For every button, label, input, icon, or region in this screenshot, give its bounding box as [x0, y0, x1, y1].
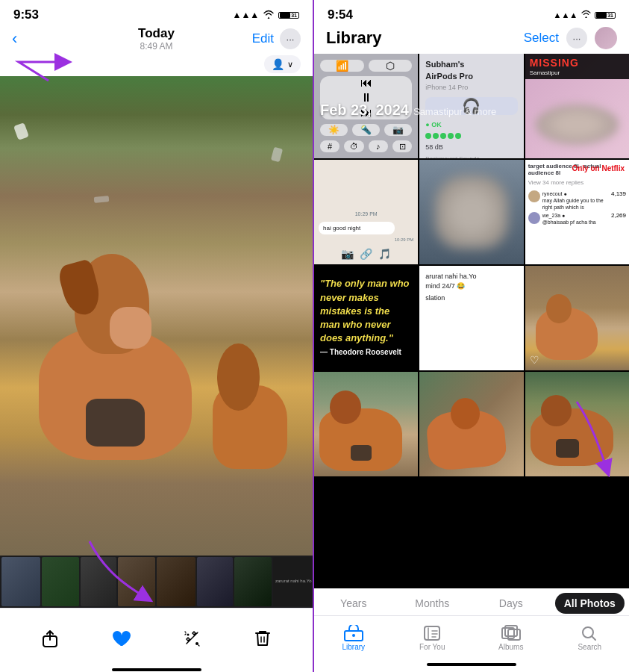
- svg-point-2: [187, 633, 189, 635]
- grid-cell-quote[interactable]: "The only man who never makes mistakes i…: [314, 266, 418, 370]
- more-button[interactable]: ···: [280, 28, 301, 49]
- grid-cell-dog1[interactable]: ♡: [525, 266, 629, 370]
- library-icon: [344, 625, 363, 641]
- comment-likes-1: 4,139: [611, 190, 626, 197]
- thumbnail-item[interactable]: [234, 557, 272, 606]
- profile-avatar[interactable]: [595, 27, 617, 49]
- tab-for-you[interactable]: For You: [393, 620, 472, 657]
- edit-button[interactable]: Edit: [252, 31, 274, 46]
- delete-button[interactable]: [246, 622, 279, 655]
- tab-all-photos[interactable]: All Photos: [551, 593, 630, 615]
- quote-overlay: "The only man who never makes mistakes i…: [314, 266, 418, 370]
- right-status-bar: 9:54 ▲▲▲ 31: [314, 0, 629, 25]
- location-label: Samastipur & more: [413, 106, 496, 117]
- search-icon: [581, 625, 598, 641]
- main-tab-bar: Library For You Albums Search: [314, 616, 629, 657]
- text-line-1: arurat nahi ha.Yo: [425, 272, 517, 281]
- comment-row-2: we_23a ● @bhaisaab pf acha tha 2,269: [528, 212, 626, 225]
- library-tabs: Years Months Days All Photos: [314, 588, 629, 616]
- thumbnail-item[interactable]: [81, 557, 116, 606]
- cc-wifi-icon: 📶: [320, 60, 364, 72]
- wifi-icon: [581, 10, 592, 20]
- chat-time: 10:29 PM: [319, 211, 413, 217]
- home-bar-right: [427, 663, 516, 666]
- cc-calc-icon: #: [320, 140, 339, 152]
- right-status-icons: ▲▲▲ 31: [554, 10, 616, 20]
- missing-label: MISSING: [530, 57, 625, 69]
- grid-cell-dog3[interactable]: [419, 372, 523, 476]
- thumbnail-item[interactable]: [197, 557, 233, 606]
- person-icon: 👤: [272, 58, 284, 70]
- signal-icon: ▲▲▲: [554, 10, 578, 19]
- cc-bluetooth-icon: ⬡: [369, 60, 413, 72]
- thumbnail-item[interactable]: zarurat nahi ha.Yo mind 24/7: [273, 557, 313, 606]
- for-you-icon: [422, 625, 442, 641]
- back-button[interactable]: ‹: [12, 29, 17, 49]
- home-indicator: [0, 668, 313, 672]
- thumbnail-item[interactable]: [157, 557, 195, 606]
- grid-cell-dog2[interactable]: [314, 372, 418, 476]
- all-photos-label: All Photos: [555, 593, 625, 614]
- tab-albums[interactable]: Albums: [472, 620, 551, 657]
- missing-overlay: MISSING Samastipur: [525, 54, 629, 79]
- right-header-actions: Select ···: [524, 27, 617, 49]
- left-header: ‹ Today 8:49 AM Edit ···: [0, 25, 313, 54]
- header-title: Today: [138, 26, 175, 41]
- airpods-subtitle: AirPods Pro: [425, 72, 517, 81]
- thumbnail-item[interactable]: [1, 557, 40, 606]
- airpods-title: Subham's: [425, 60, 517, 69]
- cc-scan-icon: ⊡: [392, 140, 412, 152]
- battery-icon: 31: [278, 12, 299, 19]
- background-sounds-label: Background Sounds: [425, 155, 517, 158]
- header-subtitle: 8:49 AM: [138, 41, 175, 52]
- select-button[interactable]: Select: [524, 31, 559, 46]
- svg-point-7: [352, 634, 355, 637]
- left-header-right: Edit ···: [252, 28, 301, 49]
- all-photos-arrow-annotation: [532, 394, 622, 484]
- date-label: Feb 23, 2024: [320, 102, 409, 119]
- battery-icon: 31: [595, 12, 616, 19]
- tab-search[interactable]: Search: [551, 620, 630, 657]
- thumbnail-item[interactable]: [118, 557, 155, 606]
- airpods-status: ● OK: [425, 121, 517, 128]
- tab-search-label: Search: [578, 643, 601, 651]
- left-time: 9:53: [13, 7, 39, 22]
- grid-cell-comments[interactable]: target audience 8l · actual audience 8l …: [525, 160, 629, 264]
- date-header: Feb 23, 2024 Samastipur & more: [314, 99, 629, 122]
- chevron-left-icon: ‹: [12, 29, 17, 49]
- chat-overlay: 10:29 PM hai good night 10:29 PM 📷 🔗 🎵: [314, 160, 418, 264]
- person-filter-button[interactable]: 👤 ∨: [264, 55, 301, 73]
- tab-months[interactable]: Months: [393, 593, 472, 615]
- home-indicator-right: [314, 657, 629, 672]
- dog-head-3: [451, 398, 480, 429]
- missing-location: Samastipur: [530, 69, 625, 76]
- chat-bubble-received: hai good night: [319, 222, 395, 234]
- comment-likes-2: 2,269: [611, 212, 626, 219]
- magic-wand-button[interactable]: [175, 622, 208, 655]
- tab-years[interactable]: Years: [314, 593, 393, 615]
- right-time: 9:54: [328, 7, 353, 22]
- grid-cell-chat[interactable]: 10:29 PM hai good night 10:29 PM 📷 🔗 🎵: [314, 160, 418, 264]
- grid-cell-chat2[interactable]: arurat nahi ha.Yo mind 24/7 😂 slation: [419, 266, 523, 370]
- right-panel: 9:54 ▲▲▲ 31 Library Select ··· Feb 23, 2: [314, 0, 629, 672]
- right-more-button[interactable]: ···: [566, 28, 587, 49]
- grid-cell-person-blurred[interactable]: [419, 160, 523, 264]
- person-filter: 👤 ∨: [0, 54, 313, 76]
- cc-brightness-icon: ☀️: [320, 124, 348, 136]
- bottom-toolbar: [0, 608, 313, 668]
- airpods-db: 58 dB: [425, 143, 517, 151]
- tab-days[interactable]: Days: [472, 593, 551, 615]
- like-button[interactable]: [104, 622, 137, 655]
- cc-camera-icon: 📷: [384, 124, 412, 136]
- thumbnail-item[interactable]: [42, 557, 79, 606]
- comment-body-1: may Allah guide you to the right path wh…: [542, 197, 609, 211]
- tab-library[interactable]: Library: [314, 620, 393, 657]
- tab-library-label: Library: [342, 643, 365, 651]
- bird-debris: [351, 445, 372, 461]
- translation-label: slation: [425, 293, 517, 303]
- chat-sent-time: 10:29 PM: [319, 237, 413, 242]
- dog-photo-3: [419, 372, 523, 476]
- text-snippet: arurat nahi ha.Yo mind 24/7 😂 slation: [419, 266, 523, 309]
- share-button[interactable]: [34, 622, 66, 655]
- chevron-down-icon: ∨: [287, 60, 293, 69]
